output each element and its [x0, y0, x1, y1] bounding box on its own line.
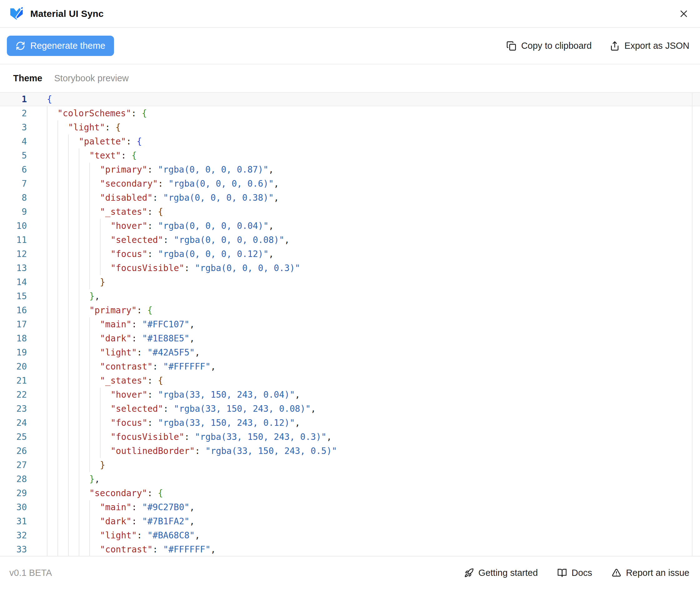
code-line-26: 26"outlinedBorder": "rgba(33, 150, 243, …	[0, 444, 700, 458]
code-line-content: "secondary": {	[47, 486, 700, 500]
report-an-issue-label: Report an issue	[626, 568, 689, 578]
regenerate-theme-button[interactable]: Regenerate theme	[7, 36, 114, 56]
tab-storybook-preview[interactable]: Storybook preview	[54, 73, 129, 83]
code-line-content: {	[47, 92, 700, 106]
code-line-content: "colorSchemes": {	[47, 106, 700, 120]
code-line-30: 30"main": "#9C27B0",	[0, 500, 700, 514]
line-number: 31	[0, 514, 47, 528]
code-line-22: 22"hover": "rgba(33, 150, 243, 0.04)",	[0, 388, 700, 402]
line-number: 23	[0, 402, 47, 416]
code-line-10: 10"hover": "rgba(0, 0, 0, 0.04)",	[0, 219, 700, 233]
code-line-27: 27}	[0, 458, 700, 472]
line-number: 10	[0, 219, 47, 233]
line-number: 2	[0, 106, 47, 120]
code-line-content: "hover": "rgba(0, 0, 0, 0.04)",	[47, 219, 700, 233]
code-line-4: 4"palette": {	[0, 135, 700, 149]
line-number: 22	[0, 388, 47, 402]
line-number: 14	[0, 275, 47, 289]
code-line-content: "focusVisible": "rgba(0, 0, 0, 0.3)"	[47, 261, 700, 275]
code-line-content: "primary": {	[47, 303, 700, 317]
code-line-content: "primary": "rgba(0, 0, 0, 0.87)",	[47, 163, 700, 177]
code-line-content: "main": "#9C27B0",	[47, 500, 700, 514]
line-number: 27	[0, 458, 47, 472]
book-open-icon	[557, 568, 567, 578]
export-icon	[610, 41, 620, 51]
copy-to-clipboard-button[interactable]: Copy to clipboard	[506, 41, 592, 51]
toolbar: Regenerate theme Copy to clipboard Expor…	[0, 28, 700, 64]
line-number: 1	[0, 92, 47, 106]
code-line-content: "light": {	[47, 120, 700, 135]
code-line-content: }	[47, 458, 700, 472]
code-line-25: 25"focusVisible": "rgba(33, 150, 243, 0.…	[0, 430, 700, 444]
line-number: 17	[0, 317, 47, 331]
code-line-content: "focus": "rgba(33, 150, 243, 0.12)",	[47, 416, 700, 430]
code-line-18: 18"dark": "#1E88E5",	[0, 331, 700, 346]
code-line-2: 2"colorSchemes": {	[0, 106, 700, 120]
code-line-content: "outlinedBorder": "rgba(33, 150, 243, 0.…	[47, 444, 700, 458]
code-line-8: 8"disabled": "rgba(0, 0, 0, 0.38)",	[0, 191, 700, 205]
code-line-content: "dark": "#7B1FA2",	[47, 514, 700, 528]
line-number: 19	[0, 346, 47, 360]
export-as-json-button[interactable]: Export as JSON	[610, 41, 689, 51]
code-line-12: 12"focus": "rgba(0, 0, 0, 0.12)",	[0, 247, 700, 261]
app-title: Material UI Sync	[30, 8, 104, 19]
code-line-1: 1{	[0, 92, 700, 106]
report-an-issue-link[interactable]: Report an issue	[612, 568, 689, 578]
line-number: 21	[0, 374, 47, 388]
plugin-window: Material UI Sync Regenerate theme Copy t…	[0, 0, 700, 589]
code-line-content: },	[47, 472, 700, 486]
line-number: 20	[0, 360, 47, 374]
code-line-content: "focusVisible": "rgba(33, 150, 243, 0.3)…	[47, 430, 700, 444]
statusbar: v0.1 BETA Getting started Docs	[0, 556, 700, 589]
getting-started-label: Getting started	[478, 568, 538, 578]
code-line-content: "secondary": "rgba(0, 0, 0, 0.6)",	[47, 177, 700, 191]
editor-right-edge	[692, 92, 693, 556]
code-line-content: "palette": {	[47, 135, 700, 149]
line-number: 3	[0, 120, 47, 135]
code-line-content: "focus": "rgba(0, 0, 0, 0.12)",	[47, 247, 700, 261]
docs-link[interactable]: Docs	[557, 568, 592, 578]
code-line-content: }	[47, 275, 700, 289]
code-line-content: "contrast": "#FFFFFF",	[47, 542, 700, 556]
close-icon	[678, 8, 689, 19]
code-line-5: 5"text": {	[0, 149, 700, 163]
code-line-32: 32"light": "#BA68C8",	[0, 528, 700, 542]
brand: Material UI Sync	[9, 7, 104, 21]
code-line-28: 28},	[0, 472, 700, 486]
regenerate-theme-label: Regenerate theme	[30, 41, 105, 51]
code-line-content: "_states": {	[47, 205, 700, 219]
line-number: 4	[0, 135, 47, 149]
line-number: 8	[0, 191, 47, 205]
code-line-content: "selected": "rgba(0, 0, 0, 0.08)",	[47, 233, 700, 247]
code-line-21: 21"_states": {	[0, 374, 700, 388]
line-number: 11	[0, 233, 47, 247]
line-number: 13	[0, 261, 47, 275]
code-line-content: "_states": {	[47, 374, 700, 388]
code-line-content: "main": "#FFC107",	[47, 317, 700, 331]
tab-theme[interactable]: Theme	[13, 73, 42, 83]
close-button[interactable]	[677, 7, 691, 21]
line-number: 29	[0, 486, 47, 500]
line-number: 18	[0, 331, 47, 346]
code-line-16: 16"primary": {	[0, 303, 700, 317]
code-line-31: 31"dark": "#7B1FA2",	[0, 514, 700, 528]
mui-logo	[9, 7, 24, 21]
export-as-json-label: Export as JSON	[624, 41, 689, 51]
getting-started-link[interactable]: Getting started	[464, 568, 538, 578]
sync-icon	[16, 41, 25, 51]
code-line-3: 3"light": {	[0, 120, 700, 135]
line-number: 15	[0, 289, 47, 303]
code-editor[interactable]: 1{2"colorSchemes": {3"light": {4"palette…	[0, 92, 700, 556]
line-number: 28	[0, 472, 47, 486]
rocket-icon	[464, 568, 474, 578]
code-line-content: "light": "#BA68C8",	[47, 528, 700, 542]
code-line-7: 7"secondary": "rgba(0, 0, 0, 0.6)",	[0, 177, 700, 191]
line-number: 25	[0, 430, 47, 444]
code-line-29: 29"secondary": {	[0, 486, 700, 500]
line-number: 6	[0, 163, 47, 177]
toolbar-actions: Copy to clipboard Export as JSON	[506, 41, 689, 51]
line-number: 9	[0, 205, 47, 219]
line-number: 5	[0, 149, 47, 163]
line-number: 7	[0, 177, 47, 191]
warning-triangle-icon	[612, 568, 621, 578]
